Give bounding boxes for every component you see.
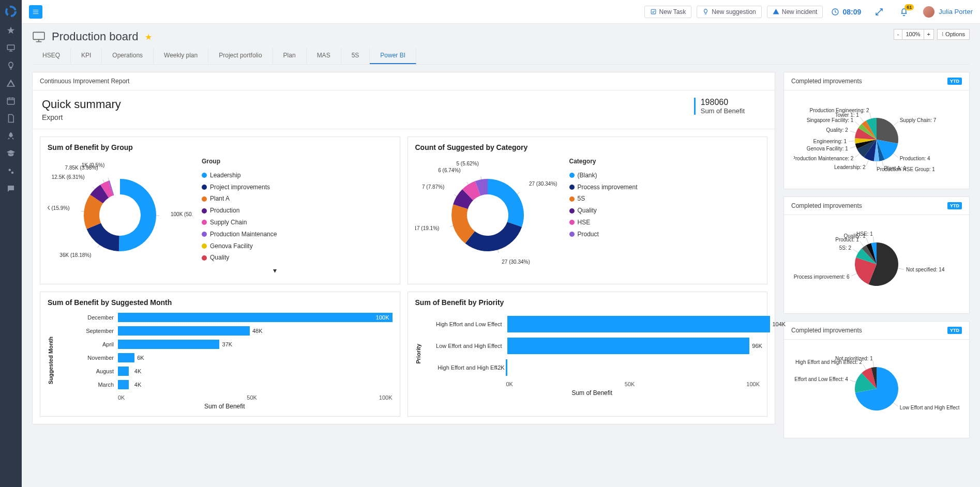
svg-line-58 [851,273,857,276]
svg-text:Low Effort and Low Effect: 4: Low Effort and Low Effect: 4 [794,376,848,382]
tab-plan[interactable]: Plan [273,48,307,64]
user-menu[interactable]: Julia Porter [923,6,973,18]
legend-item[interactable]: Supply Chain [202,217,277,229]
bar-row: September48K [57,326,393,336]
new-task-label: New Task [659,8,686,16]
zoom-in-button[interactable]: + [924,29,933,39]
tab-5s[interactable]: 5S [341,48,370,64]
svg-text:1K (0.5%): 1K (0.5%) [82,162,104,168]
legend-expand-icon[interactable]: ▾ [202,264,277,278]
svg-line-44 [850,146,856,148]
svg-line-32 [893,122,898,126]
svg-line-56 [898,268,904,269]
svg-text:100K (50.49%): 100K (50.49%) [171,211,192,217]
svg-text:Low Effort and High Effect: 18: Low Effort and High Effect: 18 [900,405,959,410]
nav-monitor-icon[interactable] [6,43,16,53]
legend-item[interactable]: Production Maintenance [202,229,277,240]
legend-item[interactable]: 5S [569,193,638,205]
legend-item[interactable]: Genova Facility [202,240,277,252]
svg-text:Leadership: 2: Leadership: 2 [834,164,866,170]
nav-graduation-icon[interactable] [6,149,16,158]
svg-line-72 [863,364,866,370]
nav-bulb-icon[interactable] [6,61,16,70]
kpi-value: 198060 [701,98,745,107]
tab-project-portfolio[interactable]: Project portfolio [208,48,273,64]
legend-item[interactable]: Process improvement [569,181,638,193]
legend-item[interactable]: (Blank) [569,170,638,181]
svg-text:36K (18.18%): 36K (18.18%) [59,252,91,258]
hamburger-menu-button[interactable] [29,5,42,19]
tab-kpi[interactable]: KPI [71,48,102,64]
donut-chart-category: 27 (30.34%)27 (30.34%)17 (19.1%)7 (7.87%… [415,156,560,269]
nav-gears-icon[interactable] [6,166,16,176]
clock: 08:09 [831,8,861,16]
bar-row: High Effort and Low Effect104K [425,316,760,332]
options-button[interactable]: ⁝ Options [937,29,970,40]
legend-item[interactable]: Plant A [202,193,277,205]
nav-chat-icon[interactable] [6,184,16,193]
svg-text:Singapore Facility: 1: Singapore Facility: 1 [807,117,854,123]
tab-mas[interactable]: MAS [307,48,341,64]
bar-row: August4K [57,367,393,376]
left-sidebar [0,0,22,487]
svg-line-14 [93,187,95,189]
zoom-value: 100% [902,29,924,39]
new-incident-button[interactable]: New incident [767,6,823,18]
chart-benefit-by-group: Sum of Benefit by Group 100K (50.49%)36K… [40,136,400,284]
legend-item[interactable]: Leadership [202,170,277,181]
chart-benefit-by-priority: Sum of Benefit by Priority Priority High… [408,292,768,417]
completed-improvements-priority-card: Completed improvements YTD Low Effort an… [783,321,970,438]
bell-icon[interactable]: 61 [899,7,909,17]
tab-power-bi[interactable]: Power BI [370,48,416,64]
new-task-button[interactable]: New Task [644,6,692,18]
svg-line-74 [873,361,874,367]
svg-line-54 [870,113,871,119]
svg-text:Supply Chain: 7: Supply Chain: 7 [900,117,937,123]
tab-weekly-plan[interactable]: Weekly plan [154,48,208,64]
report-card: Continuous Improvement Report Quick summ… [32,72,775,424]
expand-icon[interactable] [875,7,884,17]
legend-item[interactable]: Quality [569,205,638,217]
new-suggestion-button[interactable]: New suggestion [697,6,761,18]
svg-line-18 [108,178,109,181]
nav-file-icon[interactable] [6,114,16,123]
completed-title-3: Completed improvements [791,327,862,334]
svg-point-4 [11,172,14,174]
ytd-badge: YTD [947,327,962,334]
svg-line-36 [882,161,883,167]
svg-line-34 [893,154,898,158]
legend-item[interactable]: Production [202,205,277,217]
pie-completed-category: Not specified: 14Process improvement: 65… [794,220,959,308]
nav-warning-icon[interactable] [6,79,16,88]
svg-line-46 [849,141,855,142]
legend1-title: Group [202,156,277,168]
svg-text:12.5K (6.31%): 12.5K (6.31%) [52,174,85,180]
avatar [923,6,934,18]
nav-rocket-icon[interactable] [6,131,16,141]
svg-line-42 [855,154,860,158]
chart3-title: Sum of Benefit by Suggested Month [48,298,393,307]
app-logo-icon [5,5,17,18]
legend-item[interactable]: Project improvements [202,181,277,193]
bar-row: December100K [57,313,393,322]
svg-line-28 [466,182,468,185]
svg-rect-7 [33,32,44,39]
svg-text:17 (19.1%): 17 (19.1%) [415,225,439,231]
zoom-out-button[interactable]: - [894,29,903,39]
completed-improvements-category-card: Completed improvements YTD Not specified… [783,196,970,314]
tab-operations[interactable]: Operations [102,48,154,64]
svg-line-68 [893,403,898,407]
svg-line-10 [98,245,99,248]
favorite-star-icon[interactable]: ★ [145,32,152,42]
nav-calendar-icon[interactable] [6,96,16,105]
svg-line-16 [103,180,104,182]
completed-title-2: Completed improvements [791,202,862,209]
pie-completed-priority: Low Effort and High Effect: 18Low Effort… [794,345,959,433]
ytd-badge: YTD [947,202,962,209]
legend-item[interactable]: Quality [202,252,277,264]
legend-item[interactable]: HSE [569,217,638,229]
nav-star-icon[interactable] [6,26,16,35]
summary-title: Quick summary [42,98,121,111]
legend-item[interactable]: Product [569,229,638,240]
tab-hseq[interactable]: HSEQ [32,48,71,64]
